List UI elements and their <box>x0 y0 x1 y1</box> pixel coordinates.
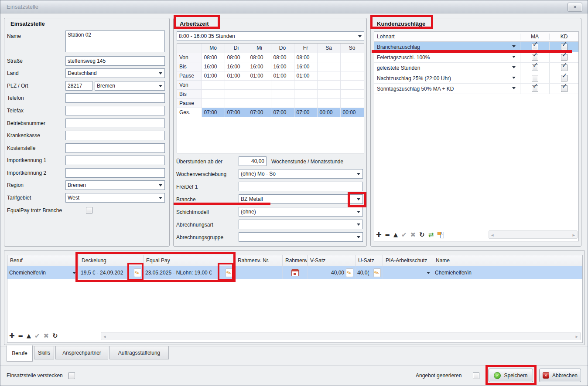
time-cell[interactable] <box>225 80 248 89</box>
time-cell[interactable]: 16:00 <box>271 62 294 71</box>
time-cell[interactable]: 08:00 <box>225 53 248 62</box>
move-up-icon[interactable]: ▲ <box>27 331 31 341</box>
remove-icon[interactable]: ▬ <box>18 331 23 341</box>
scroll-left-icon[interactable]: ◂ <box>491 231 494 238</box>
time-cell[interactable] <box>248 98 271 108</box>
cancel-icon[interactable]: ✖ <box>410 230 416 240</box>
time-cell[interactable] <box>317 53 340 62</box>
freidef-field[interactable] <box>239 182 363 191</box>
tab-auftragsstaffelung[interactable]: Auftragsstaffelung <box>109 346 169 359</box>
strasse-field[interactable] <box>65 56 165 66</box>
importkennung2-field[interactable] <box>65 168 165 178</box>
kd-checkbox[interactable]: ✓ <box>561 54 567 61</box>
time-cell[interactable]: 01:00 <box>202 71 225 80</box>
plz-field[interactable] <box>65 81 92 91</box>
time-cell[interactable] <box>317 80 340 89</box>
time-cell[interactable] <box>340 62 364 71</box>
u-satz-cell[interactable]: 40,0( ✎ <box>356 266 383 279</box>
move-up-icon[interactable]: ▲ <box>393 230 398 240</box>
scroll-left-icon[interactable]: ◂ <box>103 333 106 340</box>
name-field[interactable] <box>65 30 165 52</box>
ort-select[interactable]: Bremen <box>95 81 165 91</box>
apply-icon[interactable]: ✔ <box>401 230 407 240</box>
cancel-icon[interactable]: ✖ <box>44 331 49 341</box>
time-cell[interactable]: 16:00 <box>248 62 271 71</box>
equalpay-checkbox[interactable] <box>86 207 92 213</box>
speichern-button[interactable]: ✓ Speichern <box>489 369 533 382</box>
time-cell[interactable] <box>202 89 225 98</box>
ueberstunden-field[interactable] <box>239 156 267 166</box>
kz-row-branchenzuschlag[interactable]: Branchenzuschlag ✓ ✓ <box>374 42 578 52</box>
time-cell[interactable]: 08:00 <box>202 53 225 62</box>
kd-checkbox[interactable]: ✓ <box>561 75 567 81</box>
tab-ansprechpartner[interactable]: Ansprechpartner <box>55 346 108 359</box>
time-cell[interactable] <box>340 89 364 98</box>
time-cell[interactable] <box>340 53 364 62</box>
tab-skills[interactable]: Skills <box>34 346 54 359</box>
land-select[interactable]: Deutschland <box>65 68 165 78</box>
time-cell[interactable] <box>248 80 271 89</box>
verstecken-checkbox[interactable] <box>68 372 75 379</box>
kz-row-sonntagszuschlag[interactable]: Sonntagszuschlag 50% MA + KD ✓ ✓ <box>374 84 578 94</box>
scroll-right-icon[interactable]: ▸ <box>572 231 575 238</box>
time-cell[interactable]: 08:00 <box>271 53 294 62</box>
betriebsnummer-field[interactable] <box>65 119 165 128</box>
copy-icon[interactable] <box>437 231 444 239</box>
time-cell[interactable] <box>225 98 248 108</box>
telefax-field[interactable] <box>65 106 165 115</box>
refresh-icon[interactable]: ↻ <box>52 331 58 341</box>
time-cell[interactable] <box>202 80 225 89</box>
angebot-checkbox[interactable] <box>473 372 479 379</box>
edit-pencil-icon[interactable]: ✎ <box>373 268 381 277</box>
rahmenv-nr-cell[interactable] <box>235 266 283 279</box>
time-cell[interactable] <box>317 98 340 108</box>
time-cell[interactable]: 01:00 <box>225 71 248 80</box>
time-cell[interactable] <box>294 80 317 89</box>
kz-row-feiertagszuschlag[interactable]: Feiertagszuschl. 100% ✓ ✓ <box>374 52 578 63</box>
time-cell[interactable]: 16:00 <box>225 62 248 71</box>
time-cell[interactable] <box>202 98 225 108</box>
kd-checkbox[interactable]: ✓ <box>561 64 567 71</box>
sync-icon[interactable]: ⇄ <box>428 230 434 240</box>
time-cell[interactable] <box>340 71 364 80</box>
region-select[interactable]: Bremen <box>65 180 165 190</box>
ma-checkbox[interactable]: ✓ <box>532 64 538 71</box>
time-cell[interactable] <box>271 80 294 89</box>
beruf-cell[interactable]: Chemiehelfer/in <box>7 266 79 279</box>
ma-checkbox[interactable] <box>532 75 538 81</box>
edit-pencil-icon[interactable]: ✎ <box>134 268 141 277</box>
time-cell[interactable] <box>271 89 294 98</box>
time-cell[interactable]: 01:00 <box>294 71 317 80</box>
krankenkasse-field[interactable] <box>65 131 165 140</box>
time-cell[interactable]: 01:00 <box>248 71 271 80</box>
time-cell[interactable]: 16:00 <box>202 62 225 71</box>
kz-row-nachtzuschlag[interactable]: Nachtzuschlag 25% (22:00 Uhr) ✓ <box>374 73 578 84</box>
time-cell[interactable] <box>294 89 317 98</box>
importkennung1-field[interactable] <box>65 156 165 165</box>
branche-select[interactable]: BZ Metall <box>239 194 363 204</box>
ma-checkbox[interactable]: ✓ <box>532 44 538 50</box>
equalpay-cell[interactable]: 23.05.2025 - NLohn: 19,00 € ✎ <box>144 266 235 279</box>
wochenverschiebung-select[interactable]: (ohne) Mo - So <box>239 169 363 179</box>
abbrechen-button[interactable]: ✕ Abbrechen <box>539 369 581 382</box>
time-cell[interactable] <box>317 71 340 80</box>
calendar-icon[interactable] <box>291 269 299 276</box>
remove-icon[interactable]: ▬ <box>385 230 390 240</box>
time-cell[interactable] <box>225 89 248 98</box>
telefon-field[interactable] <box>65 93 165 103</box>
time-cell[interactable] <box>294 98 317 108</box>
berufe-row[interactable]: Chemiehelfer/in 19,5 € - 24.09.202 ✎ 23.… <box>7 266 582 279</box>
berufe-horizontal-scrollbar[interactable]: ◂ ▸ <box>101 332 581 340</box>
time-cell[interactable] <box>317 62 340 71</box>
time-cell[interactable] <box>248 89 271 98</box>
kd-checkbox[interactable]: ✓ <box>561 44 567 50</box>
v-satz-cell[interactable]: 40,00 ✎ <box>308 266 356 279</box>
close-button[interactable]: ✕ <box>567 3 582 12</box>
kz-horizontal-scrollbar[interactable]: ◂ ▸ <box>489 230 578 239</box>
schichtmodell-select[interactable]: (ohne) <box>239 207 363 217</box>
schedule-select[interactable]: 8:00 - 16:00 35 Stunden <box>177 31 364 41</box>
time-cell[interactable]: 01:00 <box>271 71 294 80</box>
refresh-icon[interactable]: ↻ <box>419 230 425 240</box>
apply-icon[interactable]: ✔ <box>34 331 40 341</box>
time-cell[interactable] <box>271 98 294 108</box>
